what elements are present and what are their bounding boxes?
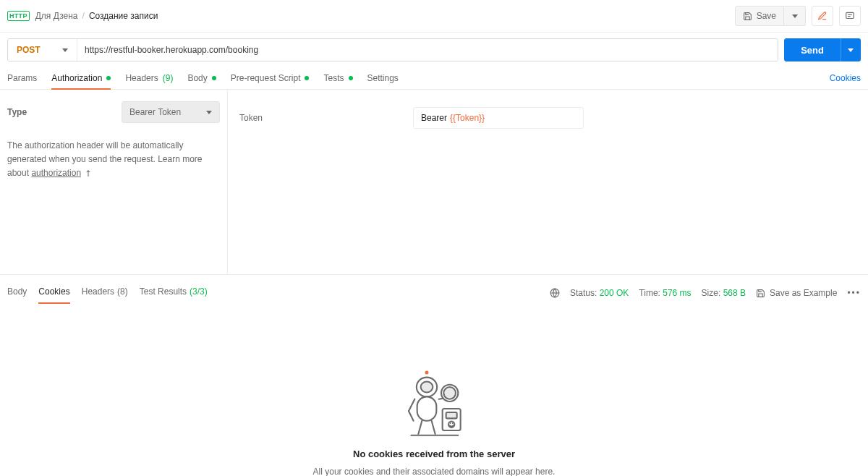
chevron-down-icon bbox=[848, 48, 854, 52]
auth-left-panel: Type Bearer Token The authorization head… bbox=[0, 90, 228, 274]
svg-rect-0 bbox=[846, 12, 854, 18]
pencil-icon bbox=[817, 11, 827, 21]
save-dropdown-button[interactable] bbox=[784, 6, 806, 26]
auth-type-label: Type bbox=[7, 107, 27, 117]
breadcrumb-separator: / bbox=[82, 11, 85, 21]
tab-authorization[interactable]: Authorization bbox=[51, 67, 111, 89]
svg-line-12 bbox=[418, 421, 422, 434]
svg-rect-8 bbox=[417, 396, 437, 420]
breadcrumb-current: Создание записи bbox=[89, 11, 158, 21]
token-prefix: Bearer bbox=[421, 113, 447, 123]
svg-line-10 bbox=[409, 411, 414, 420]
breadcrumb-parent[interactable]: Для Дзена bbox=[35, 11, 78, 21]
send-dropdown-button[interactable] bbox=[841, 38, 861, 61]
auth-type-select[interactable]: Bearer Token bbox=[122, 101, 220, 123]
svg-point-20 bbox=[450, 422, 451, 424]
top-actions: Save bbox=[735, 6, 861, 26]
save-as-example-button[interactable]: Save as Example bbox=[756, 288, 837, 298]
response-tab-cookies[interactable]: Cookies bbox=[38, 282, 69, 304]
http-badge: HTTP bbox=[7, 11, 30, 21]
astronaut-icon bbox=[398, 369, 470, 441]
save-icon bbox=[743, 12, 752, 21]
active-dot-icon bbox=[106, 76, 111, 80]
send-button[interactable]: Send bbox=[784, 38, 841, 61]
top-bar: HTTP Для Дзена / Создание записи Save bbox=[0, 0, 868, 33]
comment-icon bbox=[845, 11, 855, 21]
url-input[interactable] bbox=[77, 39, 778, 61]
method-select[interactable]: POST bbox=[8, 39, 77, 61]
active-dot-icon bbox=[212, 76, 216, 80]
response-meta: Status: 200 OK Time: 576 ms Size: 568 B … bbox=[550, 288, 861, 298]
chevron-down-icon bbox=[62, 48, 68, 52]
breadcrumb: Для Дзена / Создание записи bbox=[35, 11, 158, 21]
response-tab-headers[interactable]: Headers (8) bbox=[82, 282, 128, 304]
request-bar: POST Send bbox=[0, 33, 868, 67]
active-dot-icon bbox=[305, 76, 309, 80]
svg-rect-18 bbox=[446, 412, 457, 418]
svg-line-9 bbox=[409, 399, 414, 412]
network-icon bbox=[550, 288, 560, 298]
active-dot-icon bbox=[349, 76, 353, 80]
method-value: POST bbox=[17, 45, 41, 55]
cookies-link[interactable]: Cookies bbox=[830, 67, 861, 89]
save-button-label: Save bbox=[757, 11, 776, 21]
token-label: Token bbox=[239, 113, 348, 123]
authorization-pane: Type Bearer Token The authorization head… bbox=[0, 90, 868, 275]
send-button-label: Send bbox=[801, 45, 824, 56]
request-tabs: Params Authorization Headers (9) Body Pr… bbox=[0, 67, 868, 90]
request-url-bar: POST bbox=[7, 38, 778, 61]
response-tab-test-results[interactable]: Test Results (3/3) bbox=[140, 282, 208, 304]
tab-headers[interactable]: Headers (9) bbox=[125, 67, 173, 89]
svg-point-7 bbox=[421, 382, 433, 393]
chevron-down-icon bbox=[792, 14, 798, 18]
save-icon bbox=[756, 289, 765, 298]
svg-point-21 bbox=[452, 422, 454, 424]
save-button[interactable]: Save bbox=[735, 6, 784, 26]
comments-button[interactable] bbox=[839, 6, 861, 26]
tab-body[interactable]: Body bbox=[187, 67, 216, 89]
tab-tests[interactable]: Tests bbox=[323, 67, 352, 89]
response-tab-body[interactable]: Body bbox=[7, 282, 27, 304]
token-input[interactable]: Bearer {{Token}} bbox=[413, 107, 584, 129]
auth-help-text: The authorization header will be automat… bbox=[7, 139, 220, 181]
empty-state-subtitle: All your cookies and their associated do… bbox=[313, 467, 556, 476]
tab-settings[interactable]: Settings bbox=[367, 67, 399, 89]
external-link-icon: ↗ bbox=[81, 166, 96, 182]
chevron-down-icon bbox=[206, 111, 212, 114]
svg-point-5 bbox=[425, 371, 429, 375]
auth-learn-more-link[interactable]: authorization bbox=[31, 168, 81, 178]
more-options-button[interactable]: ••• bbox=[847, 288, 861, 298]
token-variable: {{Token}} bbox=[450, 113, 485, 123]
response-tabs: Body Cookies Headers (8) Test Results (3… bbox=[0, 275, 868, 304]
svg-point-16 bbox=[443, 387, 456, 399]
empty-state-title: No cookies received from the server bbox=[353, 449, 515, 459]
svg-line-13 bbox=[432, 421, 435, 434]
auth-type-value: Bearer Token bbox=[129, 107, 181, 117]
tab-params[interactable]: Params bbox=[7, 67, 37, 89]
response-empty-state: No cookies received from the server All … bbox=[0, 304, 868, 476]
edit-button[interactable] bbox=[812, 6, 833, 26]
tab-prerequest[interactable]: Pre-request Script bbox=[231, 67, 310, 89]
auth-right-panel: Token Bearer {{Token}} bbox=[228, 90, 868, 274]
